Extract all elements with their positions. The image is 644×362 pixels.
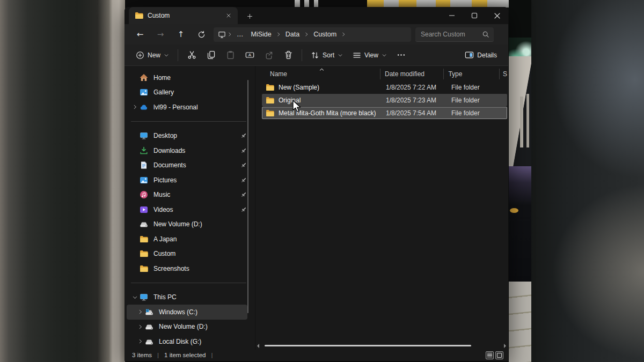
chevron-down-icon[interactable] <box>132 294 140 300</box>
new-tab-button[interactable] <box>244 11 255 21</box>
sidebar-item-local-disk-g[interactable]: Local Disk (G:) <box>127 334 247 349</box>
background-right-blur <box>531 0 644 362</box>
toolbar-divider <box>178 49 178 61</box>
file-name: New (Sample) <box>279 84 319 91</box>
sidebar-item-new-volume-d[interactable]: New Volume (D:) <box>127 217 247 232</box>
chevron-right-icon[interactable] <box>132 104 140 110</box>
maximize-button[interactable] <box>463 7 486 24</box>
chevron-right-icon[interactable] <box>137 324 145 330</box>
chevron-right-icon[interactable] <box>137 309 145 315</box>
rename-icon <box>245 50 254 60</box>
column-header-date-modified[interactable]: Date modified <box>380 69 443 79</box>
background-left-wall <box>0 0 125 362</box>
maximize-icon <box>471 12 478 19</box>
forward-button[interactable]: → <box>150 26 171 42</box>
new-button[interactable]: New <box>131 47 174 63</box>
up-button[interactable]: ↑ <box>171 26 191 42</box>
drive-icon <box>145 322 153 331</box>
tab-custom[interactable]: Custom <box>129 7 238 24</box>
file-date-modified: 1/8/2025 7:54 AM <box>382 109 446 117</box>
sidebar-item-home[interactable]: Home <box>127 70 247 85</box>
pin-icon[interactable] <box>240 161 247 169</box>
breadcrumb-chevron-icon[interactable] <box>341 32 346 37</box>
item-count: 3 items <box>132 352 152 358</box>
folder-icon <box>266 83 274 92</box>
drive-icon <box>140 220 148 228</box>
search-box[interactable]: Search Custom <box>415 27 494 42</box>
file-date-modified: 1/8/2025 7:23 AM <box>382 97 446 104</box>
sidebar-item-gallery[interactable]: Gallery <box>127 85 247 100</box>
file-explorer-window: Custom ← → ↑ … MiSide Data Custom Search… <box>125 7 508 361</box>
navigation-pane: Home Gallery lvl99 - Personal Desktop <box>125 66 255 350</box>
pin-icon[interactable] <box>240 206 247 213</box>
cut-button[interactable] <box>182 47 201 63</box>
file-row-original[interactable]: Original 1/8/2025 7:23 AM File folder <box>262 94 507 106</box>
rename-button[interactable] <box>240 47 259 63</box>
scroll-left-arrow-icon[interactable] <box>257 344 259 348</box>
breadcrumb-chevron-icon[interactable] <box>304 32 309 37</box>
sidebar-item-desktop[interactable]: Desktop <box>127 129 247 144</box>
sidebar-item-onedrive[interactable]: lvl99 - Personal <box>127 100 247 115</box>
sidebar-item-music[interactable]: Music <box>127 188 247 203</box>
share-button[interactable] <box>259 47 279 63</box>
delete-button[interactable] <box>279 47 298 63</box>
details-pane-button[interactable]: Details <box>460 47 502 63</box>
breadcrumb-miside[interactable]: MiSide <box>248 29 275 39</box>
scroll-right-arrow-icon[interactable] <box>504 344 506 348</box>
file-rows: New (Sample) 1/8/2025 7:22 AM File folde… <box>262 81 507 120</box>
file-type: File folder <box>446 109 502 117</box>
sidebar-divider <box>131 283 246 283</box>
sidebar-item-downloads[interactable]: Downloads <box>127 143 247 158</box>
breadcrumb-data[interactable]: Data <box>282 29 303 39</box>
scrollbar-thumb[interactable] <box>265 345 471 346</box>
copy-button[interactable] <box>201 47 221 63</box>
paste-button[interactable] <box>221 47 240 63</box>
sidebar-item-label: Downloads <box>153 147 185 154</box>
sidebar-item-a-japan[interactable]: A Japan <box>127 232 247 247</box>
pin-icon[interactable] <box>240 176 247 184</box>
view-button[interactable]: View <box>348 47 392 63</box>
share-icon <box>265 50 274 60</box>
file-row-metal-mita[interactable]: Metal Mita-Goth Mita (more black) 1/8/20… <box>262 107 507 119</box>
sidebar-item-custom[interactable]: Custom <box>127 247 247 262</box>
sidebar-item-this-pc[interactable]: This PC <box>127 290 247 305</box>
sidebar-item-documents[interactable]: Documents <box>127 158 247 173</box>
chevron-right-icon[interactable] <box>137 338 145 344</box>
sidebar-item-new-volume-d-drive[interactable]: New Volume (D:) <box>127 320 247 335</box>
breadcrumb-chevron-icon[interactable] <box>227 32 232 37</box>
more-options-button[interactable] <box>392 47 411 63</box>
sidebar-item-pictures[interactable]: Pictures <box>127 173 247 188</box>
address-bar[interactable]: … MiSide Data Custom <box>214 27 411 42</box>
pin-icon[interactable] <box>240 147 247 154</box>
background-photo-strip <box>509 0 532 362</box>
close-window-button[interactable] <box>486 7 508 24</box>
horizontal-scrollbar[interactable] <box>257 343 506 348</box>
folder-icon <box>266 96 274 105</box>
minimize-button[interactable] <box>441 7 463 24</box>
view-button-label: View <box>364 51 378 59</box>
file-row-new-sample[interactable]: New (Sample) 1/8/2025 7:22 AM File folde… <box>262 81 507 93</box>
pin-icon[interactable] <box>240 191 247 198</box>
sidebar-item-screenshots[interactable]: Screenshots <box>127 261 247 276</box>
breadcrumb-custom[interactable]: Custom <box>310 29 340 39</box>
large-icons-view-button[interactable] <box>495 351 503 359</box>
breadcrumb-overflow[interactable]: … <box>233 29 247 39</box>
sidebar-item-videos[interactable]: Videos <box>127 202 247 217</box>
breadcrumb-chevron-icon[interactable] <box>276 32 281 37</box>
chevron-down-icon <box>382 53 387 58</box>
column-header-name[interactable]: Name <box>255 69 380 79</box>
sidebar-scrollbar[interactable] <box>247 80 248 313</box>
sidebar-item-windows-c[interactable]: Windows (C:) <box>127 305 247 320</box>
pin-icon[interactable] <box>240 132 247 139</box>
sort-button[interactable]: Sort <box>306 47 348 63</box>
column-header-type[interactable]: Type <box>443 69 499 79</box>
tab-close-button[interactable] <box>224 11 233 20</box>
view-icon <box>353 51 361 60</box>
back-button[interactable]: ← <box>130 26 150 42</box>
column-header-size[interactable]: S <box>499 69 507 79</box>
details-view-button[interactable] <box>486 351 494 359</box>
sort-ascending-icon <box>319 67 325 72</box>
refresh-button[interactable] <box>191 26 211 42</box>
tab-bar: Custom <box>125 7 508 24</box>
sidebar-item-label: lvl99 - Personal <box>153 104 198 111</box>
